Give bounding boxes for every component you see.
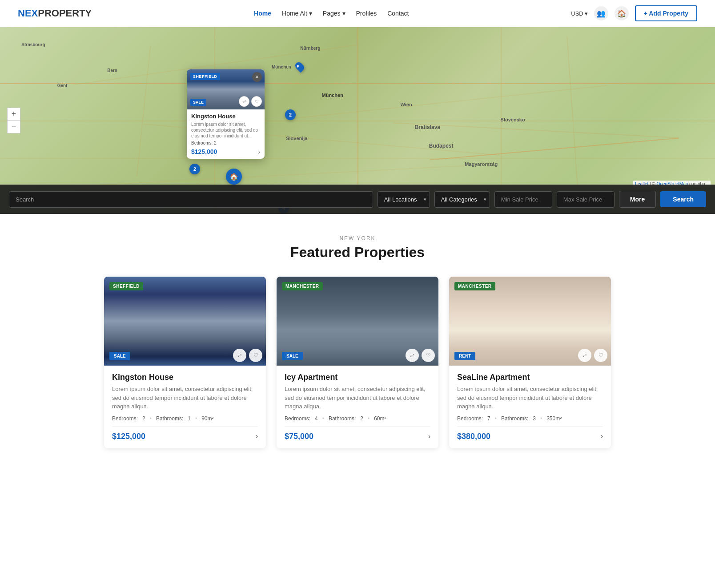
card-2-image: MANCHESTER SALE ⇌ ♡ (277, 277, 438, 366)
card-1-actions: ⇌ ♡ (233, 349, 262, 362)
card-2-favorite-button[interactable]: ♡ (422, 349, 435, 362)
card-1-location-badge: SHEFFIELD (109, 282, 143, 290)
search-button[interactable]: Search (660, 191, 706, 207)
popup-favorite-button[interactable]: ♡ (251, 96, 262, 107)
section-label: NEW YORK (18, 235, 697, 242)
card-1-bedrooms-label: Bedrooms: (112, 415, 138, 422)
card-1-dot1: • (150, 415, 152, 422)
card-2-dot2: • (368, 415, 370, 422)
currency-selector[interactable]: USD ▾ (571, 10, 587, 17)
card-1-bathrooms-label: Bathrooms: (156, 415, 183, 422)
card-1-favorite-button[interactable]: ♡ (249, 349, 262, 362)
card-2-dot1: • (322, 415, 324, 422)
popup-bedrooms: Bedrooms: 2 (191, 141, 260, 145)
card-3-dot2: • (540, 415, 542, 422)
popup-compare-button[interactable]: ⇌ (239, 96, 249, 107)
card-2-area: 60m² (374, 415, 386, 422)
category-select-wrapper: All Categories (434, 191, 490, 208)
card-3-price: $380,000 (457, 432, 490, 441)
card-3-description: Lorem ipsum dolor sit amet, consectetur … (457, 385, 603, 411)
card-3-status-badge: RENT (454, 352, 475, 360)
card-2-bathrooms-value: 2 (360, 415, 363, 422)
card-2-title: Icy Apartment (285, 373, 430, 382)
header-right: USD ▾ 👥 🏠 + Add Property (571, 5, 697, 21)
card-3-favorite-button[interactable]: ♡ (594, 349, 607, 362)
popup-close-button[interactable]: × (252, 72, 262, 82)
max-price-input[interactable] (557, 191, 615, 208)
card-1-dot2: • (195, 415, 197, 422)
card-1-area: 90m² (201, 415, 213, 422)
card-2-status-badge: SALE (282, 352, 303, 360)
zoom-in-button[interactable]: + (8, 108, 20, 121)
add-property-button[interactable]: + Add Property (635, 5, 697, 21)
card-2-arrow[interactable]: › (428, 432, 430, 440)
location-select[interactable]: All Locations (378, 191, 430, 208)
users-icon-btn[interactable]: 👥 (594, 6, 608, 20)
card-2-bedrooms-value: 4 (315, 415, 318, 422)
card-1-image: SHEFFIELD SALE ⇌ ♡ (104, 277, 266, 366)
card-3-area: 350m² (546, 415, 562, 422)
card-3-specs: Bedrooms: 7 • Bathrooms: 3 • 350m² (457, 415, 603, 422)
nav-contact[interactable]: Contact (387, 10, 409, 17)
card-2-price: $75,000 (285, 432, 313, 441)
logo-nex: NEX (18, 8, 38, 19)
map-marker-3[interactable]: 2 (189, 164, 200, 174)
card-3-title: SeaLine Apartment (457, 373, 603, 382)
min-price-input[interactable] (494, 191, 552, 208)
popup-title: Kingston House (191, 113, 260, 120)
featured-section: NEW YORK Featured Properties SHEFFIELD S… (0, 214, 715, 470)
popup-arrow[interactable]: › (258, 148, 260, 155)
property-card-3: MANCHESTER RENT ⇌ ♡ SeaLine Apartment Lo… (449, 277, 611, 448)
zoom-out-button[interactable]: − (8, 121, 20, 133)
card-1-specs: Bedrooms: 2 • Bathrooms: 1 • 90m² (112, 415, 258, 422)
card-3-bathrooms-label: Bathrooms: (501, 415, 528, 422)
category-select[interactable]: All Categories (434, 191, 490, 208)
card-1-bedrooms-value: 2 (142, 415, 145, 422)
more-button[interactable]: More (619, 191, 656, 208)
card-2-compare-button[interactable]: ⇌ (406, 349, 419, 362)
card-1-status-badge: SALE (109, 352, 130, 360)
card-2-location-badge: MANCHESTER (282, 282, 323, 290)
map-popup: × SHEFFIELD SALE ⇌ ♡ Kingston House Lore… (187, 69, 265, 159)
agent-icon-btn[interactable]: 🏠 (615, 6, 629, 20)
logo-property: PROPERTY (38, 8, 92, 19)
chevron-down-icon: ▾ (342, 10, 345, 17)
logo: NEXPROPERTY (18, 8, 92, 19)
nav-home[interactable]: Home (254, 10, 271, 17)
card-2-bedrooms-label: Bedrooms: (285, 415, 310, 422)
section-title: Featured Properties (18, 244, 697, 261)
users-icon: 👥 (597, 9, 606, 18)
map-zoom-controls: + − (7, 108, 20, 133)
card-1-bathrooms-value: 1 (188, 415, 191, 422)
chevron-down-icon: ▾ (309, 10, 312, 17)
property-card-2: MANCHESTER SALE ⇌ ♡ Icy Apartment Lorem … (277, 277, 438, 448)
map-marker-2[interactable]: 2 (285, 109, 296, 120)
location-select-wrapper: All Locations (378, 191, 430, 208)
card-1-compare-button[interactable]: ⇌ (233, 349, 246, 362)
card-3-bathrooms-value: 3 (533, 415, 536, 422)
header: NEXPROPERTY Home Home Alt ▾ Pages ▾ Prof… (0, 0, 715, 27)
card-3-image: MANCHESTER RENT ⇌ ♡ (449, 277, 611, 366)
main-nav: Home Home Alt ▾ Pages ▾ Profiles Contact (254, 10, 409, 17)
cards-grid: SHEFFIELD SALE ⇌ ♡ Kingston House Lorem … (104, 277, 611, 448)
card-1-arrow[interactable]: › (256, 432, 258, 440)
popup-description: Lorem ipsum dolor sit amet, consectetur … (191, 121, 260, 139)
card-2-actions: ⇌ ♡ (406, 349, 435, 362)
map-marker-location[interactable]: P (296, 62, 303, 72)
popup-location-badge: SHEFFIELD (190, 73, 220, 80)
card-3-compare-button[interactable]: ⇌ (578, 349, 591, 362)
card-3-dot1: • (495, 415, 497, 422)
map-marker-house[interactable]: 🏠 (226, 169, 242, 185)
nav-home-alt[interactable]: Home Alt ▾ (282, 10, 312, 17)
nav-pages[interactable]: Pages ▾ (323, 10, 345, 17)
card-1-price: $125,000 (112, 432, 145, 441)
agent-icon: 🏠 (617, 9, 626, 18)
search-input[interactable] (9, 191, 373, 208)
card-3-bedrooms-value: 7 (487, 415, 490, 422)
popup-sale-badge: SALE (190, 99, 206, 106)
nav-profiles[interactable]: Profiles (356, 10, 377, 17)
property-card-1: SHEFFIELD SALE ⇌ ♡ Kingston House Lorem … (104, 277, 266, 448)
popup-price: $125,000 (191, 148, 217, 155)
card-3-arrow[interactable]: › (601, 432, 603, 440)
card-3-location-badge: MANCHESTER (454, 282, 495, 290)
